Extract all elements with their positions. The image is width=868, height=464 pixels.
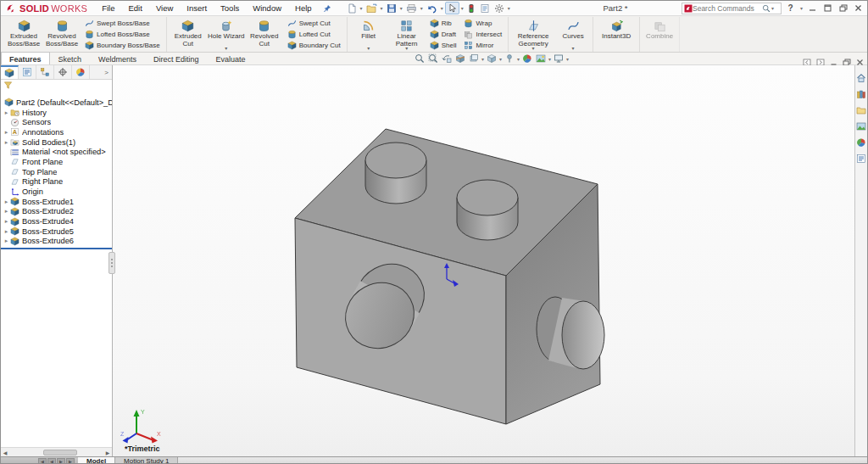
view-orientation-button[interactable] (468, 53, 480, 64)
tree-item-history[interactable]: ▸History (1, 108, 112, 118)
file-properties-button[interactable] (478, 3, 492, 14)
expand-arrow-icon[interactable]: ▸ (3, 238, 10, 244)
display-style-caret-icon[interactable]: ▾ (499, 56, 502, 62)
pin-menu-icon[interactable] (323, 1, 331, 16)
curves-caret-icon[interactable]: ▾ (572, 46, 575, 51)
mirror-button[interactable]: Mirror (462, 41, 504, 51)
linear-pattern-caret-icon[interactable]: ▾ (405, 46, 408, 51)
curves-button[interactable]: Curves ▾ (556, 18, 590, 51)
menu-edit[interactable]: Edit (123, 2, 148, 14)
swept-cut-button[interactable]: Swept Cut (286, 19, 342, 29)
lofted-cut-button[interactable]: Lofted Cut (286, 30, 342, 40)
extruded-cut-button[interactable]: Extruded Cut (170, 18, 207, 51)
dimxpertmanager-tab[interactable] (54, 65, 72, 79)
panel-horizontal-scrollbar[interactable]: ◀ ▶ (1, 447, 112, 456)
extruded-boss-base-button[interactable]: Extruded Boss/Base (5, 18, 42, 51)
scrollbar-thumb[interactable] (43, 450, 77, 456)
hole-wizard-caret-icon[interactable]: ▾ (225, 46, 227, 51)
tab-evaluate[interactable]: Evaluate (207, 52, 253, 64)
menu-insert[interactable]: Insert (181, 2, 213, 14)
hole-wizard-button[interactable]: Hole Wizard ▾ (208, 18, 245, 51)
tree-item-boss-extrude1[interactable]: ▸Boss-Extrude1 (1, 197, 112, 207)
menu-tools[interactable]: Tools (214, 2, 245, 14)
close-button[interactable] (852, 3, 865, 14)
lofted-boss-base-button[interactable]: Lofted Boss/Base (83, 30, 162, 40)
zoom-to-fit-button[interactable] (414, 53, 426, 64)
expand-arrow-icon[interactable]: ▸ (3, 198, 10, 205)
reference-geometry-caret-icon[interactable]: ▾ (532, 46, 535, 51)
section-view-button[interactable] (454, 53, 466, 64)
expand-arrow-icon[interactable]: ▸ (3, 228, 10, 235)
expand-arrow-icon[interactable]: ▸ (3, 129, 10, 136)
next-tab-button[interactable]: ▶ (57, 458, 65, 464)
custom-properties-tab[interactable] (856, 153, 867, 164)
menu-help[interactable]: Help (289, 2, 318, 14)
minimize-button[interactable] (806, 3, 819, 14)
view-palette-tab[interactable] (856, 120, 867, 131)
expand-arrow-icon[interactable]: ▸ (3, 109, 10, 116)
tab-weldments[interactable]: Weldments (90, 52, 145, 64)
boundary-cut-button[interactable]: Boundary Cut (286, 41, 342, 51)
panel-splitter-handle[interactable] (108, 252, 115, 274)
instant3d-button[interactable]: Instant3D (596, 18, 637, 51)
motion-study-1-tab[interactable]: Motion Study 1 (115, 457, 178, 464)
tree-root-part2[interactable]: Part2 (Default<<Default>_Display State 1 (1, 98, 112, 108)
tree-filter-funnel-icon[interactable] (3, 81, 13, 90)
design-library-tab[interactable] (856, 88, 867, 99)
tab-direct-editing[interactable]: Direct Editing (145, 52, 208, 64)
panel-tabs-overflow-button[interactable]: > (90, 65, 112, 79)
propertymanager-tab[interactable] (19, 65, 36, 79)
search-magnifier-icon[interactable] (762, 4, 771, 13)
restore-button[interactable] (837, 3, 849, 14)
revolved-boss-base-button[interactable]: Revolved Boss/Base (43, 18, 81, 51)
file-explorer-tab[interactable] (856, 104, 867, 115)
solidworks-resources-tab[interactable] (856, 72, 867, 83)
view-settings-button[interactable] (553, 53, 565, 64)
tree-item-boss-extrude6[interactable]: ▸Boss-Extrude6 (1, 237, 112, 247)
hide-show-items-caret-icon[interactable]: ▾ (517, 56, 520, 62)
swept-boss-base-button[interactable]: Swept Boss/Base (83, 19, 162, 29)
last-tab-button[interactable]: ▶ (66, 458, 75, 464)
rebuild-button[interactable] (465, 3, 477, 14)
expand-arrow-icon[interactable]: ▸ (3, 139, 10, 146)
tree-item-sensors[interactable]: Sensors (1, 117, 112, 127)
tree-item-top-plane[interactable]: Top Plane (1, 167, 112, 177)
search-commands-input[interactable] (693, 4, 762, 13)
scroll-right-arrow-icon[interactable]: ▶ (103, 450, 112, 456)
fillet-caret-icon[interactable]: ▾ (367, 46, 370, 51)
save-dropdown-caret-icon[interactable]: ▾ (400, 5, 403, 11)
help-button[interactable]: ? (784, 3, 797, 14)
displaymanager-tab[interactable] (72, 65, 90, 79)
view-orientation-caret-icon[interactable]: ▾ (481, 56, 484, 62)
previous-view-button[interactable] (441, 53, 453, 64)
menu-view[interactable]: View (150, 2, 179, 14)
zoom-to-area-button[interactable] (427, 53, 439, 64)
options-gear-button[interactable] (492, 3, 506, 14)
tab-features[interactable]: Features (1, 52, 50, 64)
wrap-button[interactable]: Wrap (462, 19, 504, 29)
select-dropdown-caret-icon[interactable]: ▾ (461, 5, 464, 11)
new-document-button[interactable] (345, 3, 359, 14)
menu-file[interactable]: File (96, 2, 120, 14)
tree-item-boss-extrude2[interactable]: ▸Boss-Extrude2 (1, 207, 112, 217)
search-commands-box[interactable]: ▾ (682, 3, 782, 14)
tree-item-right-plane[interactable]: Right Plane (1, 177, 112, 187)
search-dropdown-caret-icon[interactable]: ▾ (771, 5, 774, 11)
save-button[interactable] (385, 3, 398, 14)
scroll-left-arrow-icon[interactable]: ◀ (1, 450, 9, 456)
apply-scene-caret-icon[interactable]: ▾ (548, 56, 551, 62)
boundary-boss-base-button[interactable]: Boundary Boss/Base (83, 41, 162, 51)
intersect-button[interactable]: Intersect (462, 30, 504, 40)
options-dropdown-caret-icon[interactable]: ▾ (508, 5, 510, 11)
expand-arrow-icon[interactable]: ▸ (3, 208, 10, 215)
undo-button[interactable] (425, 3, 439, 14)
hide-show-items-button[interactable] (504, 53, 515, 64)
tab-sketch[interactable]: Sketch (50, 52, 91, 64)
expand-arrow-icon[interactable]: ▸ (3, 218, 10, 225)
new-dropdown-caret-icon[interactable]: ▾ (360, 5, 363, 11)
help-dropdown-caret-icon[interactable]: ▾ (800, 5, 803, 11)
featuremanager-tree-tab[interactable] (1, 65, 19, 79)
tree-item-boss-extrude5[interactable]: ▸Boss-Extrude5 (1, 226, 112, 237)
draft-button[interactable]: Draft (428, 30, 459, 40)
open-file-button[interactable] (364, 3, 379, 14)
